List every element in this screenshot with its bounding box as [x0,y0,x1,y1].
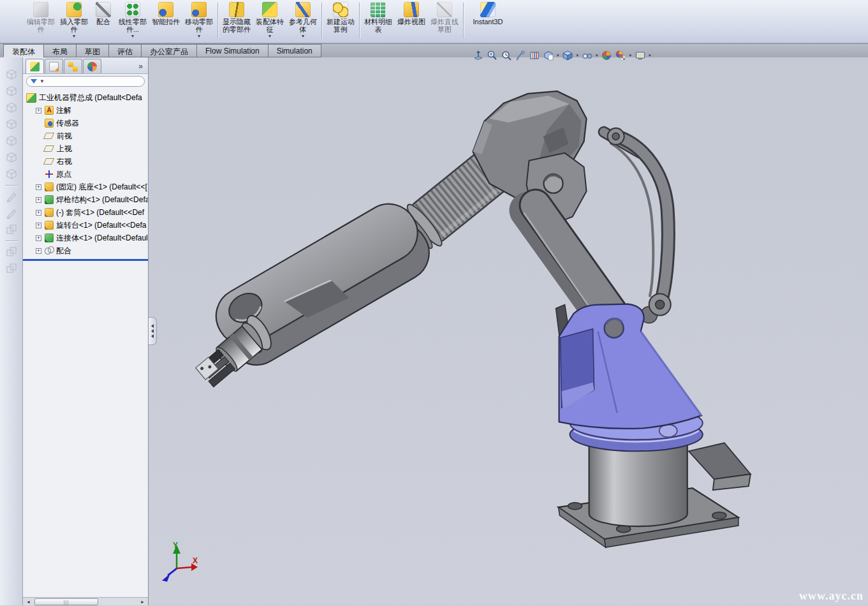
scrollbar-thumb[interactable]: ||| [34,598,98,605]
edit-component-icon [33,2,48,17]
display-manager-tab[interactable] [83,59,101,73]
explode-line-sketch-button[interactable]: 爆炸直线草图 [428,0,461,41]
move-copy-icon[interactable] [4,223,18,237]
smart-fasteners-icon [158,2,173,17]
cube-view-icon[interactable] [4,134,18,148]
cube-view-icon[interactable] [4,151,18,165]
panel-collapse-handle[interactable] [149,317,157,345]
dropdown-caret-icon[interactable]: ▾ [577,53,579,58]
tab-flow-simulation[interactable]: Flow Simulation [196,44,268,57]
dropdown-caret-icon[interactable]: ▾ [268,34,271,39]
cube-view-icon[interactable] [4,68,18,82]
filter-caret-icon[interactable]: ▼ [40,78,45,84]
tree-item-annotations[interactable]: 注解 [23,104,148,117]
tab-office-products[interactable]: 办公室产品 [141,44,197,57]
dropdown-caret-icon[interactable]: ▾ [557,53,559,58]
dropdown-caret-icon[interactable]: ▾ [596,53,598,58]
copy-appearance-icon[interactable] [4,245,18,259]
dropdown-caret-icon[interactable]: ▾ [302,34,304,39]
model-turntable-bracket[interactable] [559,304,703,452]
isometric-view-icon[interactable] [4,167,18,181]
expander-icon[interactable] [36,184,41,190]
new-motion-study-button[interactable]: 新建运动算例 [324,0,357,41]
zoom-area-icon[interactable] [486,50,498,62]
reference-geometry-button[interactable]: 参考几何体 ▾ [286,0,320,41]
assembly-features-button[interactable]: 装配体特征 ▾ [253,0,286,41]
cube-view-icon[interactable] [4,117,18,131]
graphics-viewport[interactable]: Y X www.ayc.cn [149,57,868,605]
display-style-icon[interactable] [542,50,554,62]
apply-scene-icon[interactable] [615,50,627,62]
hide-show-items-icon[interactable] [581,50,593,62]
tab-evaluate[interactable]: 评估 [108,44,142,57]
show-hidden-components-button[interactable]: 显示隐藏的零部件 [220,0,253,41]
expander-icon[interactable] [36,223,41,228]
cube-view-icon[interactable] [4,84,18,98]
tab-simulation[interactable]: Simulation [268,44,321,57]
edit-appearance-icon[interactable] [601,50,613,62]
dropdown-caret-icon[interactable]: ▾ [649,53,651,58]
paste-appearance-icon[interactable] [4,262,18,276]
view-toolbar-strip [0,57,23,605]
tree-item-sleeve-component[interactable]: (-) 套筒<1> (Default<<Def [23,206,148,219]
panel-horizontal-scrollbar[interactable]: ◄ ||| ► [23,597,148,605]
dropdown-caret-icon[interactable]: ▾ [73,34,75,39]
expander-icon[interactable] [36,197,41,203]
tree-item-assembly-root[interactable]: 工业机器臂总成 (Default<Defa [23,91,148,104]
tree-item-base-component[interactable]: (固定) 底座<1> (Default<<[ [23,181,148,193]
view-orientation-icon[interactable] [528,50,540,62]
expander-icon[interactable] [36,210,41,216]
exploded-view-button[interactable]: 爆炸视图 [395,0,428,41]
sketch-pencil-icon[interactable] [4,189,18,203]
expander-icon[interactable] [36,248,41,254]
tab-sketch[interactable]: 草图 [76,44,109,57]
tab-assembly[interactable]: 装配体 [3,44,44,57]
annotations-folder-icon [45,106,54,115]
tree-item-front-plane[interactable]: 前视 [23,129,148,142]
cube-view-icon[interactable] [4,101,18,115]
mate-button[interactable]: 配合 [91,0,116,41]
move-component-button[interactable]: 移动零部件 ▾ [182,0,216,41]
tree-item-connector-component[interactable]: 连接体<1> (Default<Defaul [23,232,148,244]
add-sketch-icon[interactable] [4,206,18,220]
instant3d-icon [480,2,496,17]
instant3d-button[interactable]: Instant3D [466,0,510,41]
linear-component-pattern-button[interactable]: 线性零部件... ▾ [116,0,149,41]
expander-icon[interactable] [36,235,41,241]
scroll-right-arrow-icon[interactable]: ► [139,598,146,605]
edit-component-button[interactable]: 编辑零部件 [24,0,57,41]
tree-end-bar [23,259,148,261]
triad-y-label: Y [173,541,178,550]
bill-of-materials-button[interactable]: 材料明细表 [362,0,395,41]
model-forearm[interactable] [195,194,439,390]
triad-x-label: X [193,556,198,565]
dropdown-caret-icon[interactable]: ▾ [131,34,134,39]
previous-view-icon[interactable] [500,50,512,62]
tree-item-torch-component[interactable]: 焊枪结构<1> (Default<Defa [23,193,148,206]
robot-arm-model-canvas[interactable]: Y X [149,57,868,605]
tree-item-top-plane[interactable]: 上视 [23,142,148,155]
feature-tree-tab[interactable] [26,59,44,73]
view-cube-icon[interactable] [562,50,574,62]
property-manager-tab[interactable] [45,59,63,73]
collapse-arrow-icon [151,324,154,328]
scroll-left-arrow-icon[interactable]: ◄ [25,598,32,605]
feature-tree-icon [30,62,40,71]
smart-fasteners-button[interactable]: 智能扣件 [149,0,182,41]
tree-item-sensors[interactable]: 传感器 [23,117,148,129]
view-settings-icon[interactable] [634,50,646,62]
tree-filter-input[interactable]: ▼ [26,76,145,87]
tree-item-origin[interactable]: 原点 [23,168,148,181]
expander-icon[interactable] [36,108,41,114]
dropdown-caret-icon[interactable]: ▾ [198,34,200,39]
tree-item-right-plane[interactable]: 右视 [23,155,148,168]
tree-item-mates[interactable]: 配合 [23,244,148,257]
dropdown-caret-icon[interactable]: ▾ [629,53,632,58]
tree-item-turntable-component[interactable]: 旋转台<1> (Default<<Defa [23,219,148,232]
panel-overflow-chevron[interactable]: » [138,62,147,73]
configuration-manager-tab[interactable] [64,59,82,73]
tab-layout[interactable]: 布局 [43,44,77,57]
insert-component-button[interactable]: 插入零部件 ▾ [57,0,91,41]
zoom-fit-icon[interactable] [472,50,484,62]
section-view-icon[interactable] [514,50,526,62]
